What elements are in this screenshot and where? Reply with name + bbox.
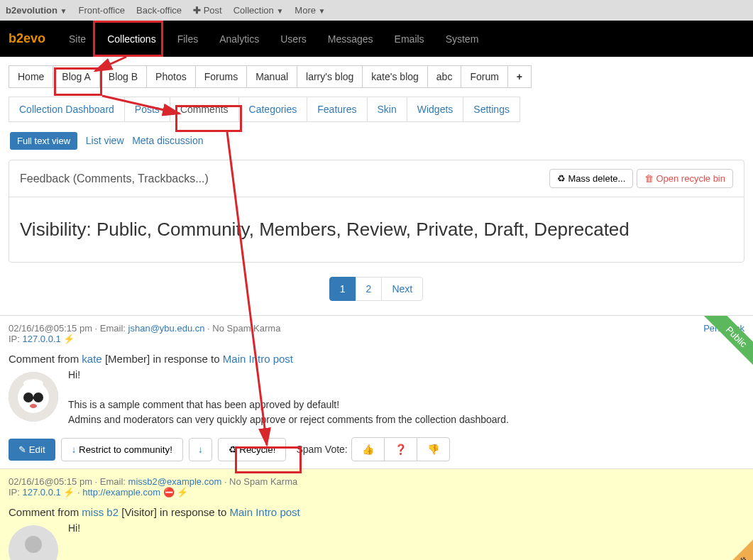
tab-settings[interactable]: Settings <box>463 97 520 122</box>
list-view-link[interactable]: List view <box>86 135 124 146</box>
comment-post-link[interactable]: Main Intro post <box>223 353 293 365</box>
nav-analytics[interactable]: Analytics <box>209 22 270 56</box>
nav-collections[interactable]: Collections <box>97 22 166 56</box>
topbar-front-office[interactable]: Front-office <box>78 5 125 16</box>
coll-forums[interactable]: Forums <box>195 65 247 88</box>
arrow-down-icon: ↓ <box>198 444 203 455</box>
logo[interactable]: b2evo <box>9 31 45 46</box>
question-icon: ❓ <box>395 444 407 455</box>
brand-dropdown[interactable]: b2evolution ▼ <box>6 5 67 16</box>
comment-meta: 02/16/16@05:15 pm · Email: missb2@exampl… <box>9 476 744 498</box>
comment-title: Comment from kate [Member] in response t… <box>9 353 744 365</box>
restrict-button[interactable]: ↓ Restrict to community! <box>61 438 183 461</box>
coll-larry[interactable]: larry's blog <box>297 65 363 88</box>
spam-vote-down[interactable]: 👎 <box>417 437 450 461</box>
svg-point-4 <box>33 392 43 402</box>
nav-users[interactable]: Users <box>270 22 317 56</box>
plus-icon: ✚ <box>193 5 201 16</box>
bolt-icon: ⚡ <box>63 334 75 344</box>
ban-icon[interactable]: ⛔ <box>163 487 175 498</box>
comment-actions: ✎ Edit ↓ Restrict to community! ↓ ♻ Recy… <box>9 427 744 461</box>
system-topbar: b2evolution ▼ Front-office Back-office ✚… <box>0 0 753 21</box>
comment-author-link[interactable]: kate <box>82 353 101 365</box>
tab-features[interactable]: Features <box>307 97 367 122</box>
svg-rect-5 <box>32 397 35 399</box>
full-text-view-button[interactable]: Full text view <box>10 132 77 150</box>
svg-point-6 <box>30 404 37 408</box>
meta-discussion-link[interactable]: Meta discussion <box>132 135 203 146</box>
coll-blog-b[interactable]: Blog B <box>99 65 147 88</box>
topbar-back-office[interactable]: Back-office <box>136 5 182 16</box>
nav-emails[interactable]: Emails <box>384 22 435 56</box>
comment-item: Permalink 02/16/16@05:15 pm · Email: jsh… <box>0 315 753 468</box>
bolt-icon: ⚡ <box>63 487 75 498</box>
caret-down-icon: ▼ <box>319 7 326 15</box>
caret-down-icon: ▼ <box>276 7 283 15</box>
trash-icon: 🗑 <box>644 173 654 184</box>
coll-abc[interactable]: abc <box>427 65 462 88</box>
bolt-icon: ⚡ <box>177 487 188 498</box>
caret-down-icon: ▼ <box>60 7 67 15</box>
feedback-panel: Feedback (Comments, Trackbacks...) ♻ Mas… <box>9 160 744 263</box>
comment-email-link[interactable]: jshan@ybu.edu.cn <box>128 323 205 334</box>
svg-point-3 <box>23 392 33 402</box>
page-next[interactable]: Next <box>381 277 423 301</box>
view-mode-bar: Full text view List view Meta discussion <box>0 122 753 160</box>
nav-system[interactable]: System <box>435 22 490 56</box>
topbar-collection[interactable]: Collection ▼ <box>233 5 284 16</box>
thumbs-down-icon: 👎 <box>427 444 439 455</box>
comment-ip-link[interactable]: 127.0.0.1 <box>23 334 61 344</box>
demote-button[interactable]: ↓ <box>189 438 212 461</box>
collection-selector: Home Blog A Blog B Photos Forums Manual … <box>0 57 753 88</box>
tab-comments[interactable]: Comments <box>170 97 239 122</box>
comment-text: Hi! This is a sample comment that has be… <box>9 368 744 427</box>
coll-manual[interactable]: Manual <box>246 65 297 88</box>
comment-author-link[interactable]: miss b2 <box>82 506 119 518</box>
pagination: 1 2 Next <box>0 277 753 301</box>
avatar[interactable] <box>9 372 58 422</box>
arrow-down-icon: ↓ <box>72 444 77 455</box>
main-navbar: b2evo Site Collections Files Analytics U… <box>0 21 753 57</box>
tab-dashboard[interactable]: Collection Dashboard <box>9 97 125 122</box>
nav-files[interactable]: Files <box>167 22 209 56</box>
page-2[interactable]: 2 <box>356 277 383 301</box>
spam-vote-label: Spam Vote: <box>296 444 347 455</box>
comment-meta: 02/16/16@05:15 pm · Email: jshan@ybu.edu… <box>9 323 744 344</box>
comment-title: Comment from miss b2 [Visitor] in respon… <box>9 506 744 518</box>
page-1[interactable]: 1 <box>329 277 356 301</box>
topbar-more[interactable]: More ▼ <box>295 5 325 16</box>
svg-point-2 <box>23 379 43 388</box>
comment-item: 02/16/16@05:15 pm · Email: missb2@exampl… <box>0 468 753 560</box>
add-collection-button[interactable]: + <box>507 65 532 88</box>
coll-blog-a[interactable]: Blog A <box>53 65 99 88</box>
panel-title: Feedback (Comments, Trackbacks...) <box>20 172 209 185</box>
spam-vote-up[interactable]: 👍 <box>351 437 385 461</box>
visibility-filter-heading: Visibility: Public, Community, Members, … <box>20 219 733 241</box>
comment-post-link[interactable]: Main Intro post <box>230 506 300 518</box>
comment-ip-link[interactable]: 127.0.0.1 <box>23 487 61 498</box>
tab-posts[interactable]: Posts <box>124 97 170 122</box>
nav-messages[interactable]: Messages <box>317 22 384 56</box>
tab-categories[interactable]: Categories <box>238 97 308 122</box>
tab-widgets[interactable]: Widgets <box>407 97 464 122</box>
open-recycle-bin-button[interactable]: 🗑 Open recycle bin <box>637 169 733 188</box>
recycle-icon: ♻ <box>557 173 566 184</box>
topbar-post[interactable]: ✚ Post <box>193 5 222 16</box>
collection-subtabs: Collection Dashboard Posts Comments Cate… <box>0 88 753 122</box>
svg-point-8 <box>25 536 42 553</box>
coll-forum[interactable]: Forum <box>461 65 507 88</box>
comment-text: Hi! <box>9 521 744 536</box>
edit-button[interactable]: ✎ Edit <box>9 439 55 461</box>
coll-kate[interactable]: kate's blog <box>362 65 428 88</box>
spam-vote-neutral[interactable]: ❓ <box>384 437 417 461</box>
coll-home[interactable]: Home <box>9 65 53 88</box>
nav-site[interactable]: Site <box>58 22 97 56</box>
comment-site-link[interactable]: http://example.com <box>82 487 160 498</box>
coll-photos[interactable]: Photos <box>146 65 196 88</box>
tab-skin[interactable]: Skin <box>367 97 407 122</box>
comment-email-link[interactable]: missb2@example.com <box>128 476 222 487</box>
thumbs-up-icon: 👍 <box>362 444 374 455</box>
pencil-icon: ✎ <box>18 444 26 455</box>
mass-delete-button[interactable]: ♻ Mass delete... <box>549 169 634 188</box>
recycle-button[interactable]: ♻ Recycle! <box>218 438 287 461</box>
